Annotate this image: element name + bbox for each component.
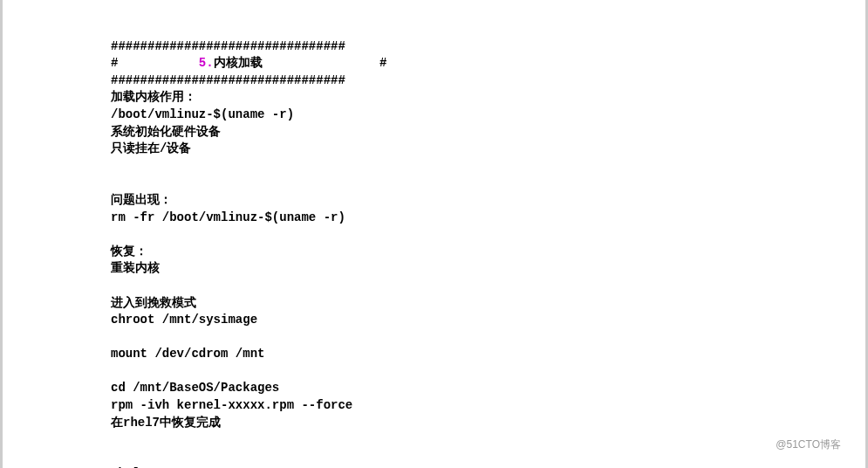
text-line: 在rhel7中恢复完成: [111, 416, 221, 430]
text-line: 只读挂在/设备: [111, 141, 191, 155]
document-page: ################################ # 5.内核加…: [0, 0, 868, 468]
text-line: 问题出现：: [111, 193, 172, 207]
border-bottom: ################################: [111, 73, 345, 87]
text-line: rpm -ivh kernel-xxxxx.rpm --force: [111, 398, 352, 412]
text-line: 进入到挽救模式: [111, 296, 196, 310]
text-line: rm -fr /boot/vmlinuz-$(uname -r): [111, 210, 345, 224]
text-line: 恢复：: [111, 244, 147, 258]
text-line: 重装内核: [111, 261, 160, 275]
section-number: 5.: [199, 56, 214, 70]
document-content: ################################ # 5.内核加…: [111, 21, 865, 468]
text-line: 系统初始化硬件设备: [111, 125, 221, 139]
title-prefix: #: [111, 56, 199, 70]
text-line: chroot /mnt/sysimage: [111, 313, 257, 327]
text-line: cd /mnt/BaseOS/Packages: [111, 381, 279, 395]
text-line: 加载内核作用：: [111, 90, 196, 104]
border-top: ################################: [111, 39, 345, 53]
text-line: /boot/vmlinuz-$(uname -r): [111, 107, 294, 121]
watermark: @51CTO博客: [776, 437, 841, 452]
text-line: mount /dev/cdrom /mnt: [111, 347, 264, 361]
title-text: 内核加载 #: [214, 56, 387, 70]
